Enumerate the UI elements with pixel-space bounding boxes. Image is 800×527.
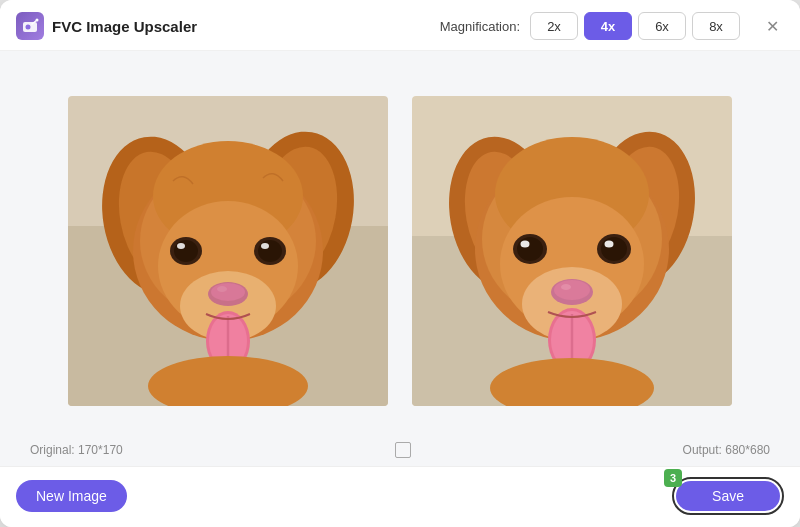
svg-point-2: [36, 19, 39, 22]
original-image-container: [68, 96, 388, 406]
svg-point-15: [211, 283, 245, 301]
mag-8x-button[interactable]: 8x: [692, 12, 740, 40]
original-size-label: Original: 170*170: [30, 443, 123, 457]
output-image: [412, 96, 732, 406]
svg-point-1: [26, 25, 31, 30]
svg-point-22: [261, 243, 269, 249]
new-image-button[interactable]: New Image: [16, 480, 127, 512]
svg-point-43: [517, 237, 543, 261]
info-bar: Original: 170*170 Output: 680*680: [30, 434, 770, 466]
svg-point-20: [258, 240, 282, 262]
app-title: FVC Image Upscaler: [52, 18, 440, 35]
svg-point-46: [605, 240, 614, 247]
app-logo: [16, 12, 44, 40]
footer-bar: New Image 3 Save: [0, 466, 800, 527]
svg-point-16: [217, 286, 227, 292]
magnification-label: Magnification:: [440, 19, 520, 34]
close-button[interactable]: ✕: [760, 14, 784, 38]
svg-point-39: [554, 280, 590, 300]
svg-point-40: [561, 284, 571, 290]
magnification-buttons: 2x 4x 6x 8x: [530, 12, 740, 40]
output-image-container: [412, 96, 732, 406]
title-bar: FVC Image Upscaler Magnification: 2x 4x …: [0, 0, 800, 51]
svg-point-45: [521, 240, 530, 247]
save-button[interactable]: Save: [676, 481, 780, 511]
svg-point-19: [174, 240, 198, 262]
images-row: [30, 67, 770, 434]
svg-point-21: [177, 243, 185, 249]
save-button-wrapper: Save: [672, 477, 784, 515]
mag-6x-button[interactable]: 6x: [638, 12, 686, 40]
save-area: 3 Save: [672, 477, 784, 515]
output-size-label: Output: 680*680: [683, 443, 770, 457]
mag-4x-button[interactable]: 4x: [584, 12, 632, 40]
svg-point-44: [601, 237, 627, 261]
app-window: FVC Image Upscaler Magnification: 2x 4x …: [0, 0, 800, 527]
compare-icon[interactable]: [395, 442, 411, 458]
main-content: Original: 170*170 Output: 680*680: [0, 51, 800, 466]
original-image: [68, 96, 388, 406]
save-badge: 3: [664, 469, 682, 487]
mag-2x-button[interactable]: 2x: [530, 12, 578, 40]
